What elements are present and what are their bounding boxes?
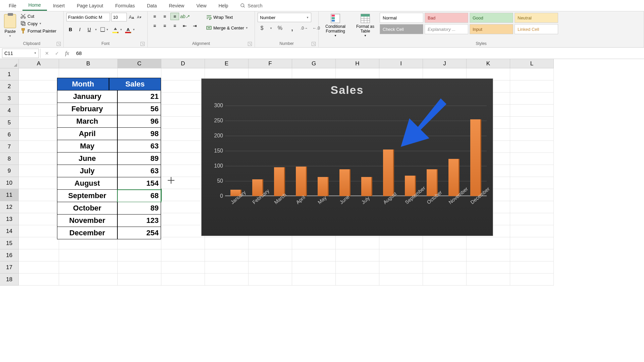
table-cell-month[interactable]: September	[57, 190, 117, 202]
cell-L1[interactable]	[510, 68, 554, 80]
cell-J17[interactable]	[423, 261, 467, 274]
tab-view[interactable]: View	[190, 1, 212, 10]
table-cell-value[interactable]: 68	[117, 190, 161, 202]
select-all-button[interactable]	[0, 59, 19, 68]
row-header-1[interactable]: 1	[0, 68, 19, 80]
table-cell-month[interactable]: May	[57, 140, 117, 153]
cell-A16[interactable]	[19, 249, 59, 261]
number-launcher-icon[interactable]: ↘	[312, 42, 316, 46]
cell-C16[interactable]	[118, 249, 161, 261]
table-cell-value[interactable]: 89	[117, 153, 161, 165]
style-explanatory[interactable]: Explanatory ...	[425, 24, 468, 34]
cell-L3[interactable]	[510, 93, 554, 105]
grow-font-icon[interactable]: A▴	[128, 14, 135, 20]
cell-L18[interactable]	[510, 274, 554, 286]
cell-K15[interactable]	[467, 237, 510, 249]
table-cell-month[interactable]: March	[57, 115, 117, 128]
cell-J16[interactable]	[423, 249, 467, 261]
increase-decimal-button[interactable]: .0→	[300, 24, 309, 32]
cell-H18[interactable]	[336, 274, 379, 286]
cell-L7[interactable]	[510, 141, 554, 153]
table-cell-month[interactable]: December	[57, 227, 117, 239]
cell-D2[interactable]	[161, 80, 205, 93]
table-row[interactable]: May63	[57, 140, 161, 153]
col-header-F[interactable]: F	[249, 59, 292, 68]
row-header-4[interactable]: 4	[0, 105, 19, 117]
alignment-launcher-icon[interactable]: ↘	[248, 42, 252, 46]
name-box[interactable]: C11 ▼	[2, 49, 39, 58]
cell-J18[interactable]	[423, 274, 467, 286]
table-cell-month[interactable]: April	[57, 128, 117, 140]
cell-B17[interactable]	[59, 261, 118, 274]
row-header-14[interactable]: 14	[0, 225, 19, 237]
align-middle-button[interactable]: ≡	[160, 13, 169, 20]
row-header-3[interactable]: 3	[0, 93, 19, 105]
tab-home[interactable]: Home	[22, 0, 47, 11]
table-cell-value[interactable]: 123	[117, 215, 161, 227]
cell-D6[interactable]	[161, 129, 205, 141]
cell-A8[interactable]	[19, 153, 59, 165]
table-cell-month[interactable]: June	[57, 153, 117, 165]
row-header-11[interactable]: 11	[0, 189, 19, 201]
align-bottom-button[interactable]: ≡	[170, 13, 179, 20]
table-cell-month[interactable]: August	[57, 177, 117, 190]
cell-L14[interactable]	[510, 225, 554, 237]
cell-L2[interactable]	[510, 80, 554, 93]
chart-bar[interactable]	[448, 159, 460, 196]
cell-E15[interactable]	[205, 237, 249, 249]
tab-file[interactable]: File	[3, 1, 22, 10]
style-neutral[interactable]: Neutral	[515, 13, 558, 23]
tab-page-layout[interactable]: Page Layout	[71, 1, 109, 10]
table-row[interactable]: June89	[57, 153, 161, 165]
style-linked-cell[interactable]: Linked Cell	[515, 24, 558, 34]
fill-color-button[interactable]: ▼	[111, 25, 123, 34]
table-cell-value[interactable]: 154	[117, 177, 161, 190]
copy-button[interactable]: Copy ▼	[19, 20, 57, 27]
paste-button[interactable]: Paste ▼	[3, 13, 17, 39]
cell-A11[interactable]	[19, 189, 59, 201]
col-header-H[interactable]: H	[336, 59, 379, 68]
cell-H16[interactable]	[336, 249, 379, 261]
chart-bar[interactable]	[470, 119, 481, 196]
font-launcher-icon[interactable]: ↘	[141, 42, 145, 46]
cell-D5[interactable]	[161, 117, 205, 129]
clipboard-launcher-icon[interactable]: ↘	[57, 42, 61, 46]
cell-C17[interactable]	[118, 261, 161, 274]
cell-E17[interactable]	[205, 261, 249, 274]
style-check-cell[interactable]: Check Cell	[380, 24, 423, 34]
style-normal[interactable]: Normal	[380, 13, 423, 23]
cell-D13[interactable]	[161, 213, 205, 225]
cell-I15[interactable]	[379, 237, 423, 249]
cell-A9[interactable]	[19, 165, 59, 177]
table-cell-value[interactable]: 63	[117, 140, 161, 153]
cell-G16[interactable]	[292, 249, 336, 261]
number-format-select[interactable]: Number ▼	[258, 13, 311, 22]
underline-button[interactable]: U	[85, 25, 93, 34]
cell-A18[interactable]	[19, 274, 59, 286]
row-header-5[interactable]: 5	[0, 117, 19, 129]
row-header-12[interactable]: 12	[0, 201, 19, 213]
cell-A7[interactable]	[19, 141, 59, 153]
table-header-sales[interactable]: Sales	[109, 78, 161, 90]
tab-help[interactable]: Help	[213, 1, 234, 10]
cell-L10[interactable]	[510, 177, 554, 189]
cell-L11[interactable]	[510, 189, 554, 201]
font-size-input[interactable]	[111, 13, 127, 21]
row-header-10[interactable]: 10	[0, 177, 19, 189]
comma-format-button[interactable]: ,	[288, 24, 297, 32]
align-top-button[interactable]: ≡	[150, 13, 159, 20]
worksheet[interactable]: ABCDEFGHIJKL 123456789101112131415161718…	[0, 59, 644, 286]
orientation-button[interactable]: ab↗	[180, 13, 189, 20]
cell-D11[interactable]	[161, 189, 205, 201]
cell-B16[interactable]	[59, 249, 118, 261]
table-cell-month[interactable]: July	[57, 165, 117, 177]
col-header-I[interactable]: I	[379, 59, 423, 68]
chart-bar[interactable]	[296, 167, 307, 196]
wrap-text-button[interactable]: Wrap Text	[205, 13, 250, 21]
cell-D1[interactable]	[161, 68, 205, 80]
cell-I18[interactable]	[379, 274, 423, 286]
cell-F18[interactable]	[249, 274, 292, 286]
font-name-input[interactable]	[66, 13, 110, 21]
conditional-formatting-button[interactable]: Conditional Formatting▼	[321, 13, 350, 38]
tab-insert[interactable]: Insert	[47, 1, 71, 10]
